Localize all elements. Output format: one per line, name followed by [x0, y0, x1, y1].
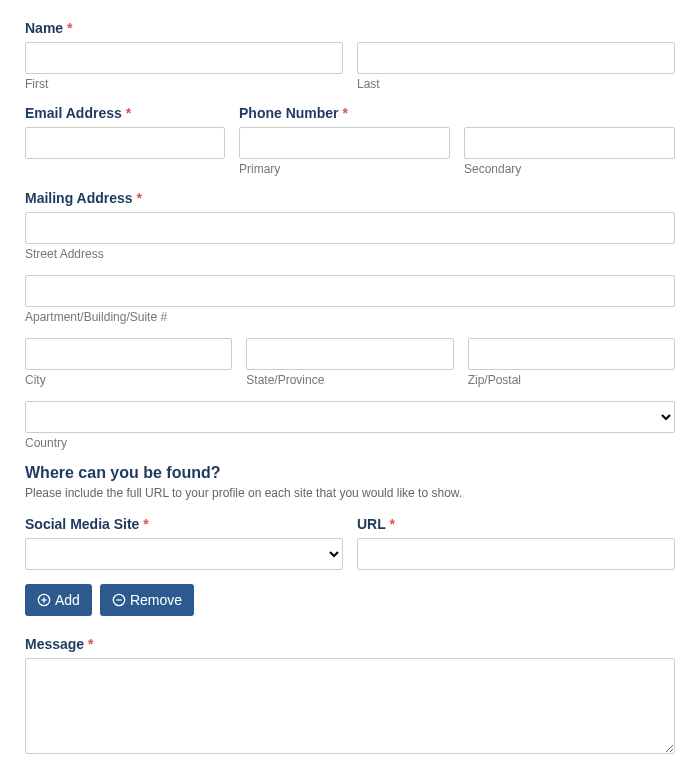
- phone-label-spacer: [464, 105, 675, 121]
- social-section-heading: Where can you be found?: [25, 464, 675, 482]
- phone-secondary-input[interactable]: [464, 127, 675, 159]
- city-input[interactable]: [25, 338, 232, 370]
- email-label-text: Email Address: [25, 105, 122, 121]
- last-name-input[interactable]: [357, 42, 675, 74]
- phone-primary-input[interactable]: [239, 127, 450, 159]
- add-button-label: Add: [55, 592, 80, 608]
- social-section-desc: Please include the full URL to your prof…: [25, 486, 675, 500]
- required-asterisk: *: [389, 516, 394, 532]
- email-label: Email Address *: [25, 105, 225, 121]
- city-helper: City: [25, 373, 232, 387]
- social-url-label: URL *: [357, 516, 675, 532]
- remove-button-label: Remove: [130, 592, 182, 608]
- state-helper: State/Province: [246, 373, 453, 387]
- apartment-input[interactable]: [25, 275, 675, 307]
- required-asterisk: *: [126, 105, 131, 121]
- remove-button[interactable]: Remove: [100, 584, 194, 616]
- phone-secondary-helper: Secondary: [464, 162, 675, 176]
- name-label: Name *: [25, 20, 343, 36]
- apartment-helper: Apartment/Building/Suite #: [25, 310, 675, 324]
- phone-label-text: Phone Number: [239, 105, 339, 121]
- zip-input[interactable]: [468, 338, 675, 370]
- country-select[interactable]: [25, 401, 675, 433]
- street-address-input[interactable]: [25, 212, 675, 244]
- required-asterisk: *: [137, 190, 142, 206]
- social-url-label-text: URL: [357, 516, 386, 532]
- required-asterisk: *: [67, 20, 72, 36]
- zip-helper: Zip/Postal: [468, 373, 675, 387]
- street-helper: Street Address: [25, 247, 675, 261]
- email-input[interactable]: [25, 127, 225, 159]
- last-name-helper: Last: [357, 77, 675, 91]
- phone-primary-helper: Primary: [239, 162, 450, 176]
- state-input[interactable]: [246, 338, 453, 370]
- name-label-spacer: [357, 20, 675, 36]
- minus-circle-icon: [112, 593, 126, 607]
- first-name-input[interactable]: [25, 42, 343, 74]
- required-asterisk: *: [143, 516, 148, 532]
- required-asterisk: *: [88, 636, 93, 652]
- name-label-text: Name: [25, 20, 63, 36]
- social-site-label: Social Media Site *: [25, 516, 343, 532]
- social-url-input[interactable]: [357, 538, 675, 570]
- social-site-select[interactable]: [25, 538, 343, 570]
- required-asterisk: *: [342, 105, 347, 121]
- add-button[interactable]: Add: [25, 584, 92, 616]
- mailing-label: Mailing Address *: [25, 190, 675, 206]
- first-name-helper: First: [25, 77, 343, 91]
- message-label: Message *: [25, 636, 675, 652]
- country-helper: Country: [25, 436, 675, 450]
- mailing-label-text: Mailing Address: [25, 190, 133, 206]
- message-textarea[interactable]: [25, 658, 675, 754]
- social-site-label-text: Social Media Site: [25, 516, 139, 532]
- plus-circle-icon: [37, 593, 51, 607]
- message-label-text: Message: [25, 636, 84, 652]
- phone-label: Phone Number *: [239, 105, 450, 121]
